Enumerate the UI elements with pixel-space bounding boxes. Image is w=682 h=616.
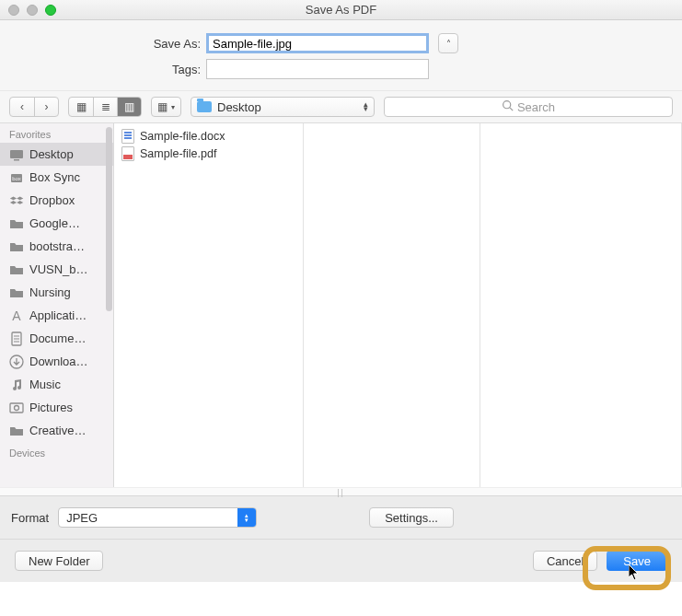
view-mode-segment: ▦ ≣ ▥: [68, 97, 142, 117]
sidebar-section-favorites: Favorites: [0, 123, 113, 143]
new-folder-button[interactable]: New Folder: [15, 551, 103, 571]
svg-text:box: box: [12, 176, 21, 181]
arrange-icon: ▦: [157, 100, 168, 113]
location-label: Desktop: [217, 100, 261, 114]
folder-icon: [9, 424, 24, 438]
tags-input[interactable]: [206, 59, 429, 79]
sidebar-item-label: Applicati…: [29, 308, 87, 322]
sidebar-item[interactable]: boxBox Sync: [0, 166, 113, 189]
sidebar-item-label: Creative…: [29, 424, 86, 437]
folder-icon: [9, 239, 24, 254]
sidebar-item-label: Docume…: [29, 331, 86, 345]
file-column-3: [480, 123, 682, 487]
file-column-1: Sample-file.docxSample-file.pdf: [114, 123, 304, 487]
search-field[interactable]: Search: [384, 97, 673, 117]
sidebar-item[interactable]: Creative…: [0, 419, 113, 442]
sidebar-section-devices: Devices: [0, 442, 113, 461]
chevron-up-icon: ˄: [446, 39, 451, 49]
format-label: Format: [11, 511, 49, 525]
format-bar: Format JPEG ▴▾ Settings...: [0, 496, 682, 540]
svg-point-13: [15, 405, 19, 410]
settings-button[interactable]: Settings...: [369, 507, 454, 528]
file-browser: Favorites DesktopboxBox SyncDropboxGoogl…: [0, 123, 682, 487]
back-button[interactable]: ‹: [10, 98, 34, 116]
folder-icon: [197, 101, 212, 112]
sidebar-item-label: Box Sync: [29, 170, 80, 184]
svg-rect-3: [14, 159, 19, 161]
file-item[interactable]: Sample-file.docx: [114, 127, 303, 145]
search-icon: [502, 99, 514, 114]
file-name: Sample-file.docx: [140, 130, 225, 143]
grid-icon: ▦: [76, 100, 87, 113]
collapse-toggle-button[interactable]: ˄: [438, 33, 458, 53]
file-column-2: [304, 123, 480, 487]
list-icon: ≣: [101, 100, 110, 113]
column-view-button[interactable]: ▥: [117, 98, 141, 116]
svg-point-0: [503, 101, 511, 109]
columns-icon: ▥: [124, 100, 134, 113]
sidebar-item-label: Nursing: [29, 285, 71, 299]
window-title: Save As PDF: [0, 3, 682, 17]
resize-handle[interactable]: ||: [0, 487, 682, 496]
pictures-icon: [9, 401, 24, 415]
sidebar-item-label: VUSN_b…: [29, 262, 88, 276]
music-icon: [9, 378, 24, 392]
file-icon: [121, 129, 134, 144]
folder-icon: [9, 262, 24, 277]
sidebar-item[interactable]: bootstra…: [0, 235, 113, 258]
location-popup[interactable]: Desktop ▴▾: [191, 97, 375, 117]
sidebar-item[interactable]: Music: [0, 373, 113, 396]
forward-button[interactable]: ›: [34, 98, 58, 116]
sidebar-item[interactable]: Pictures: [0, 396, 113, 419]
tags-label: Tags:: [0, 63, 206, 76]
cancel-button[interactable]: Cancel: [533, 551, 597, 571]
arrange-menu[interactable]: ▦ ▾: [151, 97, 181, 117]
dialog-footer: New Folder Cancel Save: [0, 540, 682, 582]
chevron-down-icon: ▾: [171, 103, 175, 111]
sidebar-item[interactable]: VUSN_b…: [0, 258, 113, 281]
dropbox-icon: [9, 193, 24, 208]
file-item[interactable]: Sample-file.pdf: [114, 145, 303, 162]
svg-line-1: [510, 108, 513, 110]
sidebar-item[interactable]: Docume…: [0, 327, 113, 350]
sidebar-item[interactable]: Google…: [0, 212, 113, 235]
format-value: JPEG: [66, 511, 98, 525]
folder-icon: [9, 285, 24, 300]
saveas-label: Save As:: [0, 37, 206, 51]
sidebar-item[interactable]: Desktop: [0, 143, 113, 166]
sidebar-item-label: Music: [29, 378, 61, 391]
sidebar: Favorites DesktopboxBox SyncDropboxGoogl…: [0, 123, 114, 487]
icon-view-button[interactable]: ▦: [69, 98, 93, 116]
saveas-input[interactable]: [206, 33, 429, 53]
save-button[interactable]: Save: [607, 551, 667, 571]
svg-text:A: A: [12, 308, 21, 323]
sidebar-item[interactable]: AApplicati…: [0, 304, 113, 327]
sidebar-scrollbar[interactable]: [106, 127, 112, 311]
sidebar-item[interactable]: Nursing: [0, 281, 113, 304]
sidebar-item-label: Desktop: [29, 147, 74, 161]
format-select[interactable]: JPEG ▴▾: [58, 507, 257, 528]
save-form: Save As: ˄ Tags:: [0, 20, 682, 90]
file-name: Sample-file.pdf: [140, 147, 216, 160]
folder-icon: [9, 216, 24, 231]
sidebar-item-label: Pictures: [29, 401, 73, 414]
box-icon: box: [9, 170, 24, 185]
svg-rect-2: [10, 150, 23, 158]
svg-rect-12: [10, 403, 23, 413]
sidebar-item[interactable]: Downloa…: [0, 350, 113, 373]
sidebar-item-label: Downloa…: [29, 354, 88, 368]
desktop-icon: [9, 147, 24, 162]
list-view-button[interactable]: ≣: [93, 98, 117, 116]
app-icon: A: [9, 308, 24, 323]
sidebar-item-label: bootstra…: [29, 239, 85, 253]
sidebar-item[interactable]: Dropbox: [0, 189, 113, 212]
updown-icon: ▴▾: [364, 102, 368, 111]
download-icon: [9, 354, 24, 369]
titlebar: Save As PDF: [0, 0, 682, 20]
nav-buttons: ‹ ›: [9, 97, 59, 117]
search-placeholder: Search: [517, 100, 555, 114]
doc-icon: [9, 331, 24, 346]
file-icon: [121, 146, 134, 161]
updown-icon: ▴▾: [237, 508, 256, 527]
sidebar-item-label: Dropbox: [29, 193, 75, 207]
